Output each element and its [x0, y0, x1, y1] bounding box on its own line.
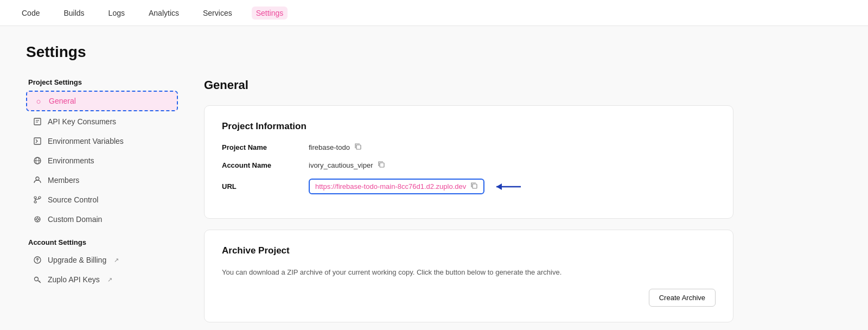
svg-point-9	[34, 201, 36, 203]
svg-point-10	[39, 196, 41, 199]
nav-builds[interactable]: Builds	[59, 7, 88, 20]
project-name-value: firebase-todo	[309, 143, 362, 152]
top-nav: Code Builds Logs Analytics Services Sett…	[0, 0, 868, 26]
archive-footer: Create Archive	[222, 289, 716, 307]
project-name-text: firebase-todo	[309, 143, 350, 151]
svg-rect-25	[356, 145, 361, 149]
project-info-card-title: Project Information	[222, 121, 716, 132]
source-control-icon	[33, 195, 42, 205]
url-copy-icon[interactable]	[470, 182, 478, 191]
url-row-wrapper: https://firebase-todo-main-8cc76d1.d2.zu…	[309, 179, 524, 194]
sidebar-item-upgrade-billing-label: Upgrade & Billing	[48, 256, 106, 264]
sidebar-item-general-label: General	[49, 97, 76, 105]
sidebar-item-api-key-consumers[interactable]: API Key Consumers	[26, 112, 178, 131]
sidebar-item-members[interactable]: Members	[26, 171, 178, 189]
members-icon	[33, 175, 42, 185]
sidebar-item-env-vars[interactable]: Environment Variables	[26, 132, 178, 150]
nav-code[interactable]: Code	[17, 7, 44, 20]
sidebar: Project Settings ○ General API Key Consu…	[26, 78, 178, 330]
sidebar-item-environments[interactable]: Environments	[26, 151, 178, 170]
general-section-title: General	[204, 78, 733, 92]
zuplo-api-keys-external-icon: ↗	[107, 276, 112, 283]
page-container: Settings Project Settings ○ General API …	[0, 26, 760, 330]
nav-settings[interactable]: Settings	[252, 7, 288, 20]
url-row: URL https://firebase-todo-main-8cc76d1.d…	[222, 179, 716, 194]
zuplo-api-keys-icon	[33, 275, 42, 284]
svg-point-8	[34, 196, 36, 199]
svg-rect-26	[380, 163, 384, 167]
project-name-row: Project Name firebase-todo	[222, 143, 716, 152]
sidebar-item-env-vars-label: Environment Variables	[48, 137, 124, 145]
environments-icon	[33, 156, 42, 166]
page-title: Settings	[26, 43, 733, 61]
sidebar-item-environments-label: Environments	[48, 156, 94, 165]
url-label: URL	[222, 182, 309, 191]
env-vars-icon	[33, 136, 42, 146]
create-archive-button[interactable]: Create Archive	[649, 289, 716, 307]
upgrade-billing-external-icon: ↗	[114, 257, 119, 264]
sidebar-item-api-key-consumers-label: API Key Consumers	[48, 117, 116, 126]
account-name-label: Account Name	[222, 161, 309, 169]
svg-rect-27	[473, 184, 477, 188]
sidebar-item-upgrade-billing[interactable]: Upgrade & Billing ↗	[26, 251, 178, 269]
upgrade-billing-icon	[33, 255, 42, 265]
account-name-text: ivory_cautious_viper	[309, 161, 373, 169]
content-layout: Project Settings ○ General API Key Consu…	[26, 78, 733, 330]
account-name-value: ivory_cautious_viper	[309, 161, 385, 170]
archive-project-card: Archive Project You can download a ZIP a…	[204, 230, 733, 322]
arrow-annotation	[491, 179, 524, 194]
sidebar-item-general[interactable]: ○ General	[26, 91, 178, 111]
sidebar-project-settings-label: Project Settings	[26, 78, 178, 86]
url-value-container: https://firebase-todo-main-8cc76d1.d2.zu…	[309, 179, 484, 194]
nav-analytics[interactable]: Analytics	[144, 7, 183, 20]
sidebar-item-zuplo-api-keys-label: Zuplo API Keys	[48, 275, 100, 284]
nav-logs[interactable]: Logs	[104, 7, 129, 20]
sidebar-item-source-control[interactable]: Source Control	[26, 191, 178, 209]
account-name-row: Account Name ivory_cautious_viper	[222, 161, 716, 170]
svg-point-7	[36, 177, 39, 180]
api-key-consumers-icon	[33, 117, 42, 126]
sidebar-item-members-label: Members	[48, 176, 79, 185]
sidebar-item-source-control-label: Source Control	[48, 195, 98, 204]
svg-point-13	[36, 218, 39, 220]
sidebar-account-settings-label: Account Settings	[26, 238, 178, 246]
svg-rect-0	[34, 118, 41, 125]
account-name-copy-icon[interactable]	[378, 161, 385, 170]
general-icon: ○	[34, 96, 43, 106]
archive-description: You can download a ZIP archive of your c…	[222, 267, 716, 278]
main-content: General Project Information Project Name…	[204, 78, 733, 330]
svg-marker-29	[496, 183, 502, 190]
project-info-card: Project Information Project Name firebas…	[204, 105, 733, 219]
project-name-copy-icon[interactable]	[354, 143, 362, 152]
sidebar-item-custom-domain[interactable]: Custom Domain	[26, 210, 178, 229]
custom-domain-icon	[33, 214, 42, 224]
nav-services[interactable]: Services	[199, 7, 237, 20]
svg-point-22	[35, 277, 39, 281]
archive-card-title: Archive Project	[222, 245, 716, 256]
url-text[interactable]: https://firebase-todo-main-8cc76d1.d2.zu…	[315, 182, 466, 191]
sidebar-item-custom-domain-label: Custom Domain	[48, 215, 102, 224]
sidebar-item-zuplo-api-keys[interactable]: Zuplo API Keys ↗	[26, 270, 178, 289]
project-name-label: Project Name	[222, 143, 309, 151]
